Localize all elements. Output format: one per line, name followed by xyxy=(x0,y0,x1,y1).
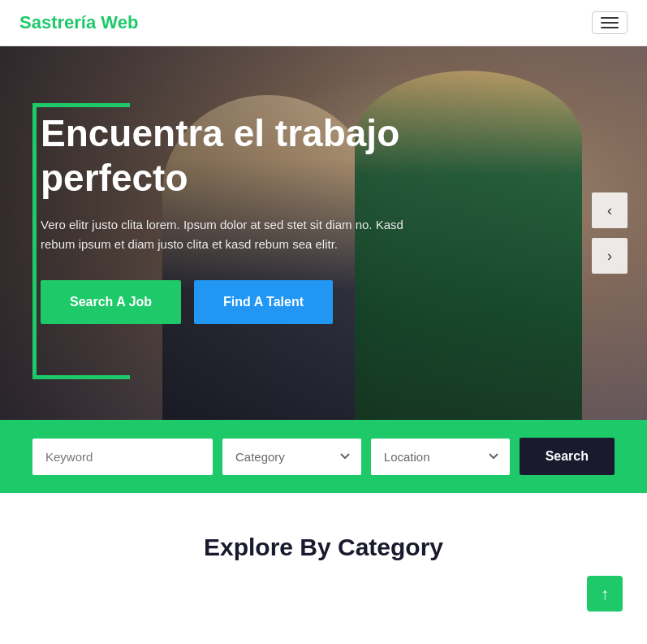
carousel-prev-button[interactable]: ‹ xyxy=(592,192,628,228)
chevron-right-icon: › xyxy=(607,248,612,265)
category-select[interactable]: Category Design Development Marketing Fi… xyxy=(222,439,361,475)
search-button[interactable]: Search xyxy=(520,438,615,475)
hamburger-line-2 xyxy=(601,22,619,24)
location-select[interactable]: Location New York London Paris Tokyo xyxy=(371,439,510,475)
hero-title: Encuentra el trabajo perfecto xyxy=(41,111,463,201)
hero-buttons: Search A Job Find A Talent xyxy=(41,280,463,324)
explore-section: Explore By Category xyxy=(0,493,647,594)
explore-title: Explore By Category xyxy=(32,534,615,561)
find-talent-button[interactable]: Find A Talent xyxy=(194,280,333,324)
carousel-next-button[interactable]: › xyxy=(592,238,628,274)
hero-subtitle: Vero elitr justo clita lorem. Ipsum dolo… xyxy=(41,215,430,254)
hamburger-line-1 xyxy=(601,17,619,19)
hamburger-button[interactable] xyxy=(592,11,628,34)
carousel-arrows: ‹ › xyxy=(592,192,628,274)
chevron-left-icon: ‹ xyxy=(607,202,612,219)
hero-content: Encuentra el trabajo perfecto Vero elitr… xyxy=(41,111,463,324)
back-to-top-button[interactable]: ↑ xyxy=(587,576,623,594)
search-job-button[interactable]: Search A Job xyxy=(41,280,181,324)
keyword-input[interactable] xyxy=(32,439,213,475)
brand-logo: Sastrería Web xyxy=(19,12,138,33)
hero-section: Encuentra el trabajo perfecto Vero elitr… xyxy=(0,46,647,420)
hamburger-line-3 xyxy=(601,27,619,28)
search-bar: Category Design Development Marketing Fi… xyxy=(0,420,647,493)
navbar: Sastrería Web xyxy=(0,0,647,46)
